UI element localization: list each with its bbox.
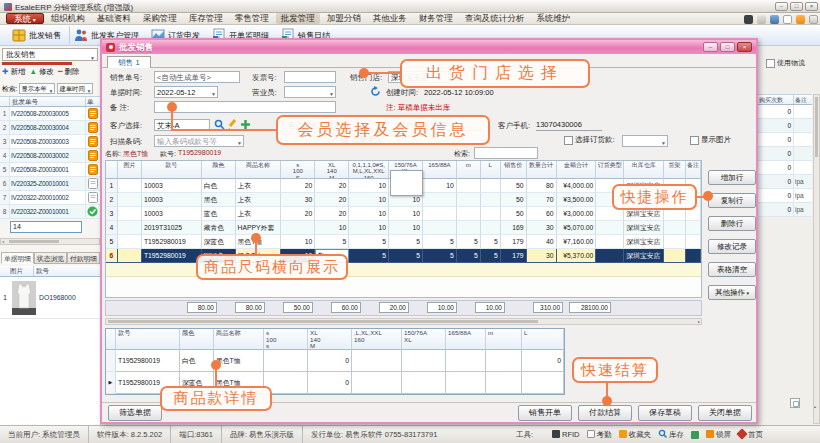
- attendance-tool[interactable]: 考勤: [587, 430, 612, 440]
- grid-cell[interactable]: [686, 235, 701, 249]
- grid-cell[interactable]: [118, 179, 142, 193]
- menu-item-10[interactable]: 查询及统计分析: [460, 13, 530, 24]
- grid-cell[interactable]: 5: [315, 235, 349, 249]
- detail-cell[interactable]: [402, 350, 446, 372]
- grid-cell[interactable]: 50: [501, 207, 527, 221]
- dialog-titlebar[interactable]: 批发销售 – □ ×: [102, 40, 756, 54]
- detail-cell[interactable]: [486, 372, 522, 394]
- grid-cell[interactable]: [686, 221, 701, 235]
- grid-col-header-9[interactable]: 165/88A: [423, 161, 457, 179]
- grid-cell[interactable]: 20: [315, 193, 349, 207]
- menu-item-11[interactable]: 系统维护: [531, 13, 575, 24]
- grid-cell[interactable]: 10003: [142, 193, 202, 207]
- grid-cell[interactable]: 5: [349, 249, 389, 263]
- grid-cell[interactable]: [686, 249, 701, 263]
- grid-col-header-7[interactable]: 0,1,1,1,0#S, M,L,XL,XXL 160: [349, 161, 389, 179]
- grid-cell[interactable]: 5: [423, 249, 457, 263]
- detail-cell[interactable]: [446, 372, 486, 394]
- grid-cell[interactable]: [596, 235, 624, 249]
- grid-col-header-18[interactable]: 备注: [686, 161, 701, 179]
- grid-cell[interactable]: [596, 249, 624, 263]
- grid-cell[interactable]: 黑色: [202, 193, 236, 207]
- menu-item-1[interactable]: 组织机构: [46, 13, 90, 24]
- other-actions-button[interactable]: 其他操作 ▾: [708, 285, 756, 300]
- grid-cell[interactable]: 白色: [202, 179, 236, 193]
- grid-cell[interactable]: ¥5,370.00: [557, 249, 597, 263]
- grid-cell[interactable]: [481, 221, 501, 235]
- grid-cell[interactable]: [118, 207, 142, 221]
- note-field[interactable]: [154, 101, 336, 113]
- grid-cell[interactable]: [664, 235, 686, 249]
- detail-row-selector[interactable]: [106, 350, 116, 372]
- grid-cell[interactable]: 30: [527, 221, 557, 235]
- grid-cell[interactable]: T1952980019: [142, 235, 202, 249]
- refresh-icon[interactable]: [370, 86, 381, 97]
- grid-col-header-13[interactable]: 数量合计: [527, 161, 557, 179]
- detail-cell[interactable]: [352, 372, 402, 394]
- order-type-select[interactable]: [622, 135, 668, 147]
- grid-cell[interactable]: 10: [349, 207, 389, 221]
- detail-col-header-1[interactable]: 颜色: [180, 329, 214, 350]
- sidebar-tab-2[interactable]: 付款明细: [67, 252, 100, 264]
- rfid-device-icon[interactable]: [744, 15, 753, 24]
- grid-cell[interactable]: 5: [481, 249, 501, 263]
- logistics-checkbox-row[interactable]: 使用物流: [766, 58, 805, 68]
- sale-tab[interactable]: 销售 1: [107, 56, 151, 68]
- detail-col-header-0[interactable]: 款号: [116, 329, 180, 350]
- grid-cell[interactable]: ¥7,160.00: [557, 235, 597, 249]
- grid-cell[interactable]: 上衣: [236, 207, 282, 221]
- grid-row-4[interactable]: 42019T31025藏青色HAPPY外套10101016930¥5,070.0…: [106, 221, 701, 235]
- grid-cell[interactable]: [118, 193, 142, 207]
- grid-cell[interactable]: 5: [481, 235, 501, 249]
- grid-cell[interactable]: 5: [423, 235, 457, 249]
- filter-orders-button[interactable]: 筛选单据: [108, 405, 162, 421]
- detail-cell[interactable]: 0: [308, 372, 352, 394]
- grid-hscrollbar[interactable]: ▸: [105, 318, 702, 325]
- grid-cell[interactable]: 5: [106, 235, 118, 249]
- clerk-select[interactable]: [284, 86, 336, 98]
- grid-cell[interactable]: [457, 207, 481, 221]
- menu-item-5[interactable]: 零售管理: [230, 13, 274, 24]
- cell-editor-popup[interactable]: [390, 170, 423, 196]
- detail-cell[interactable]: 0: [308, 350, 352, 372]
- grid-col-header-0[interactable]: [106, 161, 118, 179]
- sidebar-module-select[interactable]: 批发销售 ▼: [2, 48, 98, 61]
- detail-row-1[interactable]: T1952980019白色黑色T恤00: [106, 350, 564, 372]
- rfid-tool[interactable]: RFID: [552, 430, 580, 440]
- show-image-checkbox[interactable]: [690, 136, 699, 145]
- grid-cell[interactable]: 20: [281, 179, 315, 193]
- grid-cell[interactable]: [423, 207, 457, 221]
- dialog-maximize-button[interactable]: □: [720, 42, 735, 52]
- detail-cell[interactable]: 0: [522, 350, 564, 372]
- inventory-tool[interactable]: 库存: [658, 429, 699, 440]
- grid-cell[interactable]: 10: [423, 179, 457, 193]
- clear-grid-button[interactable]: 表格清空: [708, 262, 756, 277]
- delete-order-button[interactable]: ━ 删除: [58, 67, 80, 77]
- grid-cell[interactable]: 5: [389, 249, 423, 263]
- grid-cell[interactable]: [457, 221, 481, 235]
- grid-cell[interactable]: 5: [457, 249, 481, 263]
- grid-col-header-10[interactable]: m: [457, 161, 481, 179]
- order-row[interactable]: 1IV220508-Z00030005: [0, 107, 100, 121]
- grid-cell[interactable]: 10: [349, 221, 389, 235]
- detail-col-header-4[interactable]: XL 140 M: [308, 329, 352, 350]
- grid-col-header-15[interactable]: 订货类型: [596, 161, 624, 179]
- grid-cell[interactable]: 深圳宝安店: [624, 235, 664, 249]
- grid-col-header-1[interactable]: 图片: [118, 161, 142, 179]
- detail-cell[interactable]: [522, 372, 564, 394]
- lock-screen-tool[interactable]: 锁屏: [706, 430, 731, 440]
- grid-col-header-11[interactable]: L: [481, 161, 501, 179]
- detail-cell[interactable]: 黑色T恤: [214, 350, 264, 372]
- grid-cell[interactable]: 40: [527, 235, 557, 249]
- window-minimize-button[interactable]: –: [775, 2, 788, 11]
- grid-cell[interactable]: 179: [501, 235, 527, 249]
- grid-cell[interactable]: 藏青色: [202, 221, 236, 235]
- grid-cell[interactable]: 1: [106, 179, 118, 193]
- grid-cell[interactable]: 6: [106, 249, 118, 263]
- grid-cell[interactable]: 10: [281, 235, 315, 249]
- grid-cell[interactable]: [281, 221, 315, 235]
- order-no-field[interactable]: <自动生成单号>: [154, 71, 240, 83]
- grid-cell[interactable]: [481, 179, 501, 193]
- detail-col-header-7[interactable]: 165/88A: [446, 329, 486, 350]
- window-close-button[interactable]: ×: [805, 2, 818, 11]
